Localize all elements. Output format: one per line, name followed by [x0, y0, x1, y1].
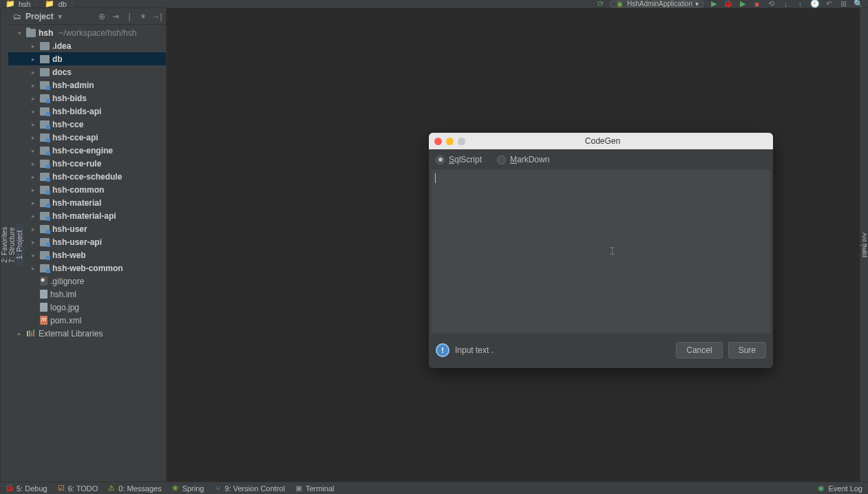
- radio-md-label: arkDown: [517, 155, 549, 164]
- tree-item[interactable]: ▸ hsh-material-api: [8, 209, 166, 222]
- stop-icon[interactable]: ■: [752, 0, 761, 8]
- tree-external-libraries[interactable]: ▸ External Libraries: [8, 327, 166, 340]
- status-vcs[interactable]: ⑂9: Version Control: [213, 484, 284, 493]
- radio-dot-icon: [436, 155, 445, 164]
- run-config-selector[interactable]: ◉ HshAdminApplication ▾: [611, 1, 703, 8]
- revert-icon[interactable]: ↶: [825, 0, 834, 8]
- tree-label: .idea: [52, 41, 71, 51]
- tree-item[interactable]: ▸ hsh-admin: [8, 78, 166, 92]
- tree-item[interactable]: ▸ hsh-cce-schedule: [8, 170, 166, 183]
- tree-item[interactable]: ▸ hsh-user: [8, 222, 166, 235]
- tool-tab-ant[interactable]: Ant Build: [861, 226, 868, 264]
- event-log-icon: ◉: [817, 484, 825, 493]
- tree-label: .gitignore: [50, 277, 84, 286]
- status-debug[interactable]: 🐞5: Debug: [6, 484, 47, 493]
- status-todo[interactable]: ☑6: TODO: [57, 484, 98, 493]
- tree-item[interactable]: ▸ docs: [8, 65, 166, 78]
- hotswap-icon[interactable]: ⟲: [767, 0, 776, 8]
- editor-area: CodeGen SqlScript MarkDown 𝙸 ! Input tex…: [167, 8, 860, 482]
- chevron-down-icon[interactable]: ▾: [58, 12, 62, 21]
- todo-icon: ☑: [57, 484, 65, 493]
- project-structure-icon[interactable]: ⊞: [839, 0, 848, 8]
- radio-markdown[interactable]: MarkDown: [497, 155, 549, 164]
- gear-icon[interactable]: ✶: [138, 12, 148, 21]
- tree-label: hsh-cce: [52, 120, 83, 129]
- code-input[interactable]: 𝙸: [432, 170, 770, 334]
- branch-icon: ⑂: [213, 484, 222, 493]
- tree-item[interactable]: .gitignore: [8, 275, 166, 288]
- tree-item[interactable]: ▸ hsh-cce: [8, 118, 166, 131]
- tree-item[interactable]: ▸ hsh-user-api: [8, 235, 166, 248]
- tree-item[interactable]: ▸ .idea: [8, 39, 166, 52]
- status-spring[interactable]: ❀Spring: [171, 484, 204, 493]
- arrow-expanded-icon: ▾: [18, 30, 23, 36]
- module-folder-icon: [40, 120, 50, 129]
- project-tree[interactable]: ▾ hsh ~/workspace/hsh/hsh ▸ .idea ▸ db ▸…: [8, 25, 166, 482]
- tree-item[interactable]: ▸ db: [8, 52, 166, 65]
- search-icon[interactable]: 🔍: [854, 0, 862, 8]
- tool-tab-favorites[interactable]: 2: Favorites: [1, 220, 8, 270]
- tree-item[interactable]: ▸ hsh-material: [8, 196, 166, 209]
- tree-label: hsh-admin: [52, 80, 94, 90]
- tree-item[interactable]: ▸ hsh-cce-api: [8, 131, 166, 144]
- gitignore-file-icon: [40, 277, 47, 286]
- module-folder-icon: [40, 251, 50, 259]
- breadcrumb: 📁 hsh 〉 📁 db 〉: [6, 0, 77, 8]
- tree-item[interactable]: ▸ hsh-web: [8, 248, 166, 261]
- dialog-radio-group: SqlScript MarkDown: [429, 149, 773, 170]
- vcs-commit-icon[interactable]: ↑: [796, 0, 805, 8]
- arrow-collapsed-icon: ▸: [32, 134, 37, 141]
- tree-item[interactable]: pom.xml: [8, 314, 166, 327]
- svg-rect-1: [29, 330, 30, 336]
- arrow-collapsed-icon: ▸: [32, 160, 37, 167]
- tree-item[interactable]: ▸ hsh-cce-rule: [8, 157, 166, 170]
- locate-icon[interactable]: ⊕: [97, 12, 107, 21]
- run-coverage-icon[interactable]: ▶: [738, 0, 747, 8]
- tree-item[interactable]: ▸ hsh-cce-engine: [8, 144, 166, 157]
- tree-root[interactable]: ▾ hsh ~/workspace/hsh/hsh: [8, 26, 166, 39]
- tree-label: db: [52, 54, 63, 64]
- cancel-button[interactable]: Cancel: [676, 342, 722, 358]
- tree-label: hsh-cce-engine: [52, 146, 113, 155]
- tool-tab-project[interactable]: 1: Project: [16, 224, 23, 266]
- status-event-log[interactable]: ◉Event Log: [817, 484, 862, 493]
- breadcrumb-item[interactable]: db: [59, 0, 67, 8]
- dialog-titlebar[interactable]: CodeGen: [429, 133, 773, 149]
- svg-rect-0: [27, 331, 28, 336]
- spring-icon: ❀: [171, 484, 180, 493]
- sure-button[interactable]: Sure: [728, 342, 766, 358]
- tree-label: docs: [52, 67, 72, 77]
- run-icon[interactable]: ▶: [709, 0, 718, 8]
- dialog-footer: ! Input text . Cancel Sure: [429, 334, 773, 368]
- tree-item[interactable]: ▸ hsh-bids-api: [8, 105, 166, 118]
- radio-sqlscript[interactable]: SqlScript: [436, 155, 482, 164]
- left-tool-gutter: 2: Favorites 7: Structure 1: Project: [0, 8, 8, 482]
- tree-item[interactable]: hsh.iml: [8, 288, 166, 301]
- status-terminal[interactable]: ▣Terminal: [295, 484, 335, 493]
- collapse-icon[interactable]: ⇥: [111, 12, 120, 21]
- info-icon: !: [436, 343, 449, 357]
- module-folder-icon: [40, 147, 50, 155]
- project-panel-header: 🗂 Project ▾ ⊕ ⇥ | ✶ →|: [8, 8, 166, 25]
- tree-item[interactable]: ▸ hsh-web-common: [8, 261, 166, 275]
- arrow-collapsed-icon: ▸: [32, 69, 37, 76]
- tool-tab-structure[interactable]: 7: Structure: [8, 220, 16, 270]
- project-panel-title: Project: [25, 12, 54, 21]
- tree-label: hsh-bids: [52, 94, 87, 103]
- vcs-update-icon[interactable]: ↓: [781, 0, 790, 8]
- debug-icon[interactable]: 🐞: [723, 0, 732, 8]
- hide-icon[interactable]: →|: [152, 12, 162, 21]
- arrow-collapsed-icon: ▸: [32, 43, 37, 50]
- sync-icon[interactable]: ⟳: [596, 0, 605, 8]
- dialog-title: CodeGen: [438, 136, 768, 146]
- tree-item[interactable]: ▸ hsh-bids: [8, 92, 166, 105]
- module-folder-icon: [40, 94, 50, 103]
- module-folder-icon: [40, 160, 50, 168]
- breadcrumb-item[interactable]: hsh: [19, 0, 31, 8]
- tree-item[interactable]: logo.jpg: [8, 301, 166, 314]
- status-messages[interactable]: ⚠0: Messages: [107, 484, 161, 493]
- tree-item[interactable]: ▸ hsh-common: [8, 183, 166, 196]
- vcs-history-icon[interactable]: 🕘: [810, 0, 819, 8]
- terminal-icon: ▣: [295, 484, 303, 493]
- folder-icon: [40, 55, 50, 63]
